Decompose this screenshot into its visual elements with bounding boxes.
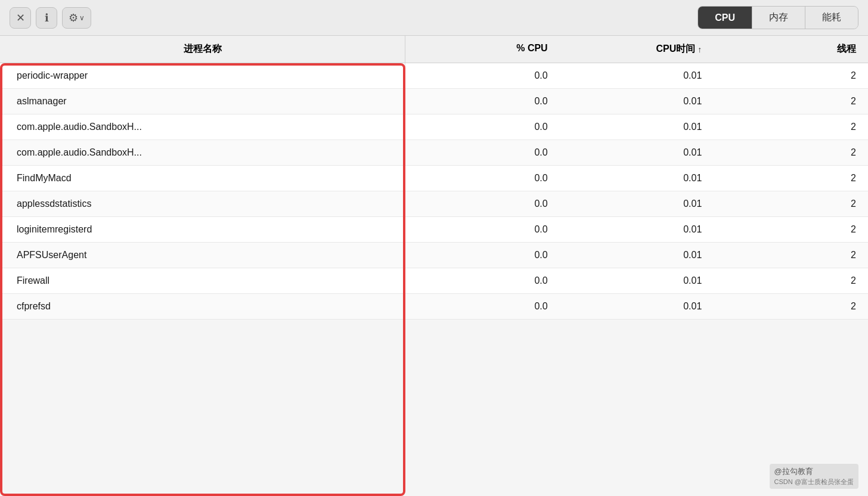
cell-cpu-pct: 0.0	[405, 89, 560, 114]
close-button[interactable]: ✕	[10, 7, 31, 29]
info-icon: ℹ	[45, 11, 49, 24]
table-row[interactable]: loginitemregisterd 0.0 0.01 2	[0, 217, 868, 243]
gear-icon: ⚙	[69, 11, 78, 24]
cell-threads: 2	[714, 294, 868, 319]
gear-button[interactable]: ⚙ ∨	[62, 7, 91, 29]
cell-process-name: Firewall	[0, 268, 405, 293]
cell-threads: 2	[714, 114, 868, 140]
cell-threads: 2	[714, 268, 868, 293]
table-wrapper: periodic-wrapper 0.0 0.01 2 aslmanager 0…	[0, 63, 868, 496]
tab-memory[interactable]: 内存	[752, 7, 805, 29]
cell-cpu-pct: 0.0	[405, 268, 560, 293]
cell-process-name: FindMyMacd	[0, 166, 405, 191]
table-row[interactable]: aslmanager 0.0 0.01 2	[0, 89, 868, 114]
cell-process-name: APFSUserAgent	[0, 243, 405, 268]
cell-threads: 2	[714, 217, 868, 242]
table-header: 进程名称 % CPU CPU时间 ↑ 线程	[0, 36, 868, 63]
cell-cpu-time: 0.01	[560, 63, 714, 88]
table-row[interactable]: APFSUserAgent 0.0 0.01 2	[0, 243, 868, 268]
cell-process-name: periodic-wrapper	[0, 63, 405, 88]
cell-cpu-pct: 0.0	[405, 166, 560, 191]
table-row[interactable]: FindMyMacd 0.0 0.01 2	[0, 166, 868, 191]
cell-cpu-time: 0.01	[560, 243, 714, 268]
cell-cpu-time: 0.01	[560, 294, 714, 319]
cell-cpu-time: 0.01	[560, 166, 714, 191]
toolbar: ✕ ℹ ⚙ ∨ CPU 内存 能耗	[0, 0, 868, 36]
tab-cpu[interactable]: CPU	[698, 7, 752, 29]
cell-process-name: com.apple.audio.SandboxH...	[0, 140, 405, 165]
cell-cpu-time: 0.01	[560, 89, 714, 114]
tab-group: CPU 内存 能耗	[698, 6, 858, 29]
watermark: @拉勾教育 CSDN @富士质检员张全蛋	[770, 464, 858, 489]
cell-threads: 2	[714, 243, 868, 268]
table-row[interactable]: applessdstatistics 0.0 0.01 2	[0, 191, 868, 217]
cell-cpu-time: 0.01	[560, 191, 714, 216]
cell-cpu-pct: 0.0	[405, 63, 560, 88]
column-header-cpu-time[interactable]: CPU时间 ↑	[560, 36, 714, 63]
cell-threads: 2	[714, 191, 868, 216]
cell-cpu-pct: 0.0	[405, 191, 560, 216]
content-area: 进程名称 % CPU CPU时间 ↑ 线程 periodic-wrapper 0…	[0, 36, 868, 496]
info-button[interactable]: ℹ	[36, 7, 57, 29]
close-icon: ✕	[16, 11, 25, 24]
cell-cpu-pct: 0.0	[405, 217, 560, 242]
cell-cpu-pct: 0.0	[405, 114, 560, 140]
cell-cpu-pct: 0.0	[405, 140, 560, 165]
cell-process-name: applessdstatistics	[0, 191, 405, 216]
sort-arrow-icon: ↑	[698, 45, 702, 54]
cell-cpu-time: 0.01	[560, 140, 714, 165]
cell-cpu-pct: 0.0	[405, 243, 560, 268]
cell-cpu-time: 0.01	[560, 114, 714, 140]
table-row[interactable]: com.apple.audio.SandboxH... 0.0 0.01 2	[0, 114, 868, 140]
tab-energy[interactable]: 能耗	[805, 7, 858, 29]
cell-threads: 2	[714, 89, 868, 114]
cell-threads: 2	[714, 140, 868, 165]
column-header-cpu-pct[interactable]: % CPU	[405, 36, 560, 63]
table-body: periodic-wrapper 0.0 0.01 2 aslmanager 0…	[0, 63, 868, 320]
table-row[interactable]: periodic-wrapper 0.0 0.01 2	[0, 63, 868, 89]
cell-cpu-time: 0.01	[560, 268, 714, 293]
cell-process-name: cfprefsd	[0, 294, 405, 319]
cell-cpu-time: 0.01	[560, 217, 714, 242]
cell-threads: 2	[714, 63, 868, 88]
table-row[interactable]: com.apple.audio.SandboxH... 0.0 0.01 2	[0, 140, 868, 166]
table-row[interactable]: cfprefsd 0.0 0.01 2	[0, 294, 868, 320]
column-header-process[interactable]: 进程名称	[0, 36, 405, 63]
cell-process-name: com.apple.audio.SandboxH...	[0, 114, 405, 140]
cell-process-name: aslmanager	[0, 89, 405, 114]
cell-threads: 2	[714, 166, 868, 191]
column-header-threads[interactable]: 线程	[714, 36, 868, 63]
cell-process-name: loginitemregisterd	[0, 217, 405, 242]
cell-cpu-pct: 0.0	[405, 294, 560, 319]
chevron-down-icon: ∨	[79, 14, 85, 22]
table-row[interactable]: Firewall 0.0 0.01 2	[0, 268, 868, 294]
